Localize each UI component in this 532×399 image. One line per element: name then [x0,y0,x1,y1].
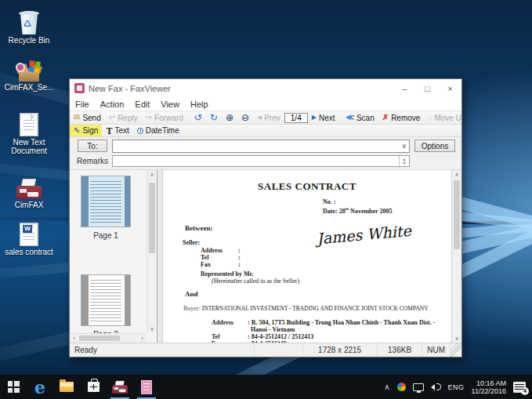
menu-help[interactable]: Help [185,100,214,109]
faxviewer-app-icon [74,83,85,93]
speaker-icon[interactable] [431,383,441,391]
page-2-thumbnail[interactable] [81,274,131,326]
zoom-in-button[interactable]: ⊕ [222,111,237,124]
faxviewer-window: New Fax - FaxViewer – □ × File Action Ed… [69,78,462,357]
forward-icon: ↪ [146,114,152,122]
buyer-address-row: Address: R. 504, 17T5 Building - Trung H… [212,319,435,326]
thumbnail-horizontal-scrollbar[interactable]: ‹ › [70,333,147,343]
taskbar-cimfax-button[interactable] [107,375,133,399]
resize-grip[interactable] [451,343,461,357]
edge-icon: e [34,379,45,395]
fax-document-icon [141,380,152,394]
desktop-icon-cimfax[interactable]: CimFAX [3,171,55,209]
reply-button[interactable]: ↩ Reply [105,111,142,124]
content-area: Page 1 Page 2 ∧ ∨ ‹ › SALES CONTRACT No.… [70,169,461,343]
menu-action[interactable]: Action [95,100,130,109]
text-document-icon [3,108,55,136]
scan-button[interactable]: ≪ Scan [342,111,378,124]
text-icon: T [106,127,112,135]
scroll-right-icon[interactable]: › [138,334,147,343]
prev-page-button[interactable]: ◀ Prev [253,111,284,124]
scrollbar-thumb[interactable] [454,180,460,249]
start-button[interactable] [0,375,27,399]
taskbar-file-explorer-button[interactable] [53,375,80,399]
scrollbar-thumb[interactable] [149,183,155,253]
page-indicator-input[interactable] [284,113,308,123]
reply-icon: ↩ [109,114,115,122]
cimfax-tray-icon[interactable] [397,383,406,391]
folder-icon [60,382,74,392]
document-page[interactable]: SALES CONTRACT No. : Date: 28th November… [162,170,451,343]
move-up-button[interactable]: ↑ Move Up [424,111,461,124]
remove-icon: ✗ [382,114,389,122]
maximize-button[interactable]: □ [416,80,439,97]
recycle-bin-icon: ♺ [3,6,55,34]
close-button[interactable]: × [439,80,461,97]
datetime-button[interactable]: DateTime [133,125,183,136]
options-button[interactable]: Options [414,140,455,152]
sign-button[interactable]: ✎ Sign [70,125,102,136]
remarks-field[interactable]: ▴ ▾ [112,155,410,167]
scroll-left-icon[interactable]: ‹ [70,334,78,343]
scroll-up-icon[interactable]: ∧ [147,170,157,179]
scroll-down-icon[interactable]: ∨ [452,334,461,343]
recipient-input[interactable] [115,141,396,151]
to-button[interactable]: To: [78,140,107,152]
status-filesize: 136KB [378,343,423,357]
next-page-button[interactable]: ▶ Next [308,111,339,124]
send-icon: ✉ [74,114,80,122]
recipient-combobox[interactable]: ∨ [112,140,410,153]
desktop-icon-cimfax-setup[interactable]: CimFAX_Se... [3,53,55,92]
spin-down-icon[interactable]: ▾ [403,161,405,165]
menu-file[interactable]: File [70,100,95,109]
scroll-up-icon[interactable]: ∧ [452,170,461,179]
fax-machine-icon [3,171,55,199]
zoom-in-icon: ⊕ [226,114,233,122]
scrollbar-thumb[interactable] [79,336,120,341]
store-bag-icon [88,382,100,392]
network-display-icon[interactable] [413,383,424,391]
zoom-out-button[interactable]: ⊖ [237,111,253,124]
document-vertical-scrollbar[interactable]: ∧ ∨ [451,170,461,343]
status-blank [255,343,303,357]
menu-view[interactable]: View [155,100,185,109]
represented-line: Represented by Mr. [201,270,253,277]
taskbar-faxviewer-button[interactable] [133,375,160,399]
taskbar-store-button[interactable] [80,375,107,399]
and-label: And [185,291,198,298]
contract-title: SALES CONTRACT [163,183,451,190]
rotate-right-button[interactable]: ↻ [206,111,222,124]
minimize-button[interactable]: – [393,80,416,97]
rotate-left-button[interactable]: ↺ [190,111,206,124]
contract-date-line: Date: 28th November 2005 [323,205,393,215]
desktop-icon-new-text-document[interactable]: New Text Document [3,108,55,155]
chevron-down-icon[interactable]: ∨ [401,142,407,150]
buyer-address-line2: Hanoi - Vietnam [251,326,295,333]
taskbar-clock[interactable]: 10:16 AM 11/22/2016 [472,379,506,395]
text-button[interactable]: T Text [102,125,132,136]
tray-date: 11/22/2016 [472,387,506,395]
remarks-input[interactable] [115,157,398,165]
language-indicator[interactable]: ENG [448,383,465,391]
action-center-icon[interactable]: 4 [513,382,526,393]
buyer-row: Buyer: INTERNATIONAL INVESTMENT - TRADIN… [183,305,429,312]
scroll-down-icon[interactable]: ∨ [147,325,157,333]
desktop-icon-label: Recycle Bin [3,36,55,45]
page-1-thumbnail[interactable] [81,176,131,227]
remarks-spinner[interactable]: ▴ ▾ [399,156,409,166]
tray-time: 10:16 AM [472,379,506,387]
taskbar-edge-button[interactable]: e [27,375,53,399]
menu-edit[interactable]: Edit [129,100,155,109]
forward-button[interactable]: ↪ Forward [142,111,187,124]
send-button[interactable]: ✉ Send [70,111,105,124]
tray-chevron-icon[interactable]: ∧ [384,383,389,391]
desktop-icon-sales-contract[interactable]: W sales contract [3,218,55,256]
seller-label: Seller: [183,239,200,246]
title-bar[interactable]: New Fax - FaxViewer – □ × [70,79,461,97]
between-label: Between: [185,225,213,232]
window-title: New Fax - FaxViewer [89,84,393,93]
thumbnail-vertical-scrollbar[interactable]: ∧ ∨ [147,170,157,333]
desktop-icon-recycle-bin[interactable]: ♺ Recycle Bin [3,6,55,45]
remove-button[interactable]: ✗ Remove [378,111,425,124]
status-dimensions: 1728 x 2215 [303,343,378,357]
